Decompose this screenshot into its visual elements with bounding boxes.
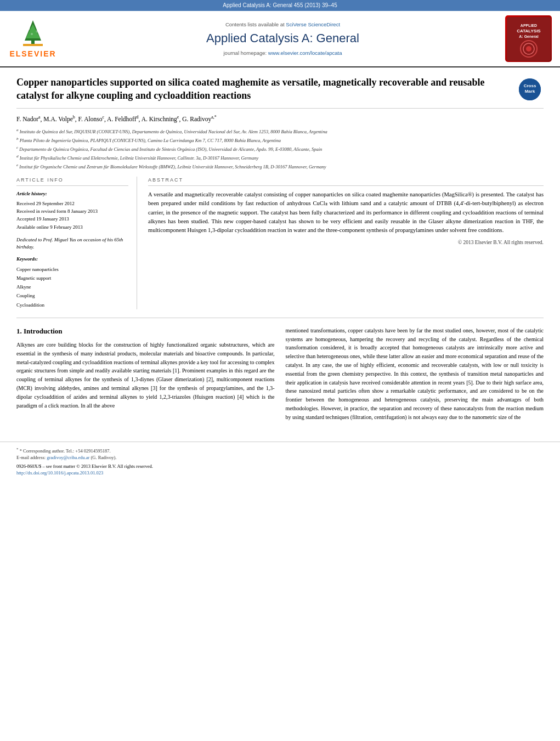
homepage-url[interactable]: www.elsevier.com/locate/apcata <box>268 50 342 56</box>
accepted-date: Accepted 19 January 2013 <box>16 215 128 223</box>
journal-header: ELSEVIER Contents lists available at Sci… <box>0 11 560 67</box>
body-section: 1. Introduction Alkynes are core buildin… <box>16 326 544 425</box>
svg-text:APPLIED: APPLIED <box>520 24 536 27</box>
journal-citation: Applied Catalysis A: General 455 (2013) … <box>223 2 337 8</box>
two-column-section: ARTICLE INFO Article history: Received 2… <box>16 177 544 309</box>
journal-title-area: Contents lists available at SciVerse Sci… <box>66 21 500 56</box>
copyright: © 2013 Elsevier B.V. All rights reserved… <box>148 239 544 246</box>
received-revised-date: Received in revised form 8 January 2013 <box>16 207 128 215</box>
authors-line: F. Nadora, M.A. Volpeb, F. Alonsoc, A. F… <box>16 114 544 124</box>
elsevier-logo: ELSEVIER <box>8 18 58 60</box>
footer-email-person: (G. Radivoy). <box>91 455 117 460</box>
crossmark-icon: Cross Mark <box>519 78 541 100</box>
journal-main-title: Applied Catalysis A: General <box>66 30 500 47</box>
journal-homepage: journal homepage: www.elsevier.com/locat… <box>66 49 500 56</box>
body-right: mentioned transformations, copper cataly… <box>286 326 544 425</box>
intro-paragraph: Alkynes are core building blocks for the… <box>16 341 275 410</box>
footer-email-link[interactable]: gradivoy@criba.edu.ar <box>47 455 89 460</box>
keyword-magnetic: Magnetic support <box>16 274 128 282</box>
keyword-copper: Copper nanoparticles <box>16 265 128 274</box>
affiliation-e: e Institut für Organische Chemie und Zen… <box>16 162 544 170</box>
article-info-header: ARTICLE INFO <box>16 177 128 186</box>
svg-text:A: General: A: General <box>519 35 538 38</box>
svg-text:Cross: Cross <box>524 83 536 88</box>
keywords-section: Keywords: Copper nanoparticles Magnetic … <box>16 256 128 309</box>
sciverse-link: Contents lists available at SciVerse Sci… <box>66 21 500 28</box>
svg-point-3 <box>27 27 30 30</box>
article-history: Article history: Received 29 September 2… <box>16 190 128 231</box>
article-info-column: ARTICLE INFO Article history: Received 2… <box>16 177 137 309</box>
svg-rect-6 <box>23 44 43 46</box>
elsevier-tree-icon <box>16 18 49 48</box>
section-number-title: 1. Introduction <box>16 326 275 336</box>
affiliation-c: c Departamento de Química Orgánica, Facu… <box>16 145 544 152</box>
catalysis-logo: APPLIED CATALYSIS A: General <box>505 15 552 62</box>
article-title-section: Copper nanoparticles supported on silica… <box>16 76 544 109</box>
intro-paragraph-right: mentioned transformations, copper cataly… <box>286 326 544 422</box>
history-dates: Received 29 September 2012 Received in r… <box>16 200 128 231</box>
crossmark-logo: Cross Mark <box>519 78 544 100</box>
svg-point-5 <box>31 33 33 35</box>
affiliation-b: b Planta Piloto de Ingeniería Química, P… <box>16 136 544 144</box>
received-date: Received 29 September 2012 <box>16 200 128 207</box>
page-footer: * * Corresponding author. Tel.: +54 0291… <box>0 442 560 481</box>
footer-issn: 0926-860X/$ – see front matter © 2013 El… <box>16 463 153 469</box>
footer-links: 0926-860X/$ – see front matter © 2013 El… <box>16 463 544 477</box>
journal-citation-bar: Applied Catalysis A: General 455 (2013) … <box>0 0 560 11</box>
keywords-label: Keywords: <box>16 256 128 263</box>
abstract-text: A versatile and magnetically recoverable… <box>148 190 544 235</box>
affiliations: a Instituto de Química del Sur, INQUISUR… <box>16 127 544 171</box>
footer-email-label: E-mail address: <box>16 455 46 460</box>
dedication: Dedicated to Prof. Miguel Yus on occasio… <box>16 236 128 250</box>
svg-point-4 <box>36 30 39 33</box>
article-title: Copper nanoparticles supported on silica… <box>16 76 511 103</box>
elsevier-brand-text: ELSEVIER <box>9 49 56 60</box>
abstract-column: ABSTRACT A versatile and magnetically re… <box>148 177 544 309</box>
footer-doi[interactable]: http://dx.doi.org/10.1016/j.apcata.2013.… <box>16 470 103 476</box>
keyword-cycloaddition: Cycloaddition <box>16 301 128 309</box>
svg-point-13 <box>526 46 531 52</box>
affiliation-d: d Institut für Physikalische Chemie und … <box>16 154 544 161</box>
catalysis-logo-graphic: APPLIED CATALYSIS A: General <box>507 17 551 61</box>
body-left: 1. Introduction Alkynes are core buildin… <box>16 326 275 425</box>
abstract-header: ABSTRACT <box>148 177 544 186</box>
keyword-alkyne: Alkyne <box>16 282 128 291</box>
main-content: Copper nanoparticles supported on silica… <box>0 67 560 433</box>
svg-text:CATALYSIS: CATALYSIS <box>517 29 541 33</box>
footer-corresponding-author: * * Corresponding author. Tel.: +54 0291… <box>16 446 544 461</box>
sciverse-url[interactable]: SciVerse ScienceDirect <box>286 21 340 27</box>
affiliation-a: a Instituto de Química del Sur, INQUISUR… <box>16 127 544 135</box>
keyword-coupling: Coupling <box>16 291 128 300</box>
available-date: Available online 9 February 2013 <box>16 223 128 231</box>
svg-text:Mark: Mark <box>525 89 535 94</box>
section-divider <box>16 318 544 318</box>
history-label: Article history: <box>16 190 128 197</box>
